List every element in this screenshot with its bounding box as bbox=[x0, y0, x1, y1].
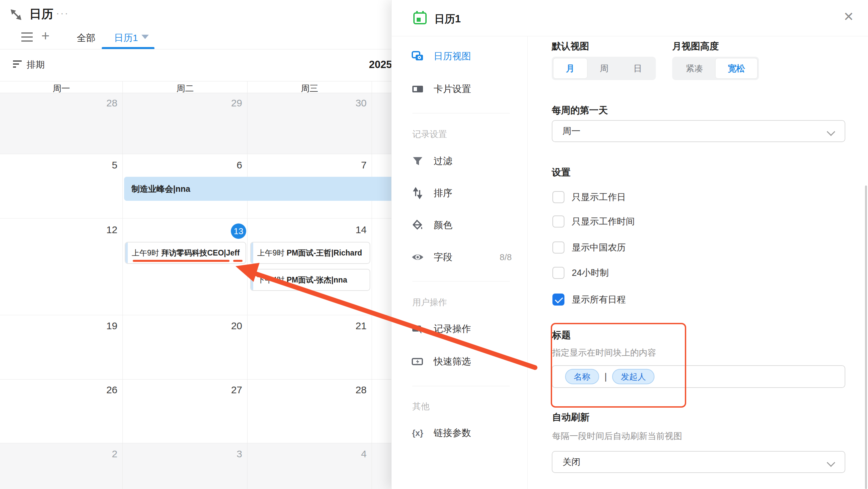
title-field-input[interactable]: 名称 | 发起人 bbox=[552, 365, 845, 388]
date-cell[interactable]: 12 bbox=[91, 224, 117, 236]
segment-relaxed[interactable]: 宽松 bbox=[715, 58, 757, 79]
auto-refresh-value: 关闭 bbox=[562, 456, 581, 468]
card-settings-icon bbox=[411, 82, 424, 96]
settings-section-label: 设置 bbox=[552, 166, 570, 179]
nav-label: 过滤 bbox=[434, 155, 452, 167]
tab-all[interactable]: 全部 bbox=[77, 32, 95, 44]
date-cell[interactable]: 5 bbox=[91, 159, 117, 171]
filter-icon bbox=[411, 154, 424, 168]
grid-line bbox=[122, 82, 123, 489]
auto-refresh-desc: 每隔一段时间后自动刷新当前视图 bbox=[552, 430, 682, 442]
braces-x-icon: {x} bbox=[411, 426, 424, 440]
default-view-segmented: 月 周 日 bbox=[552, 57, 656, 80]
date-cell[interactable]: 19 bbox=[91, 320, 117, 332]
add-view-button[interactable]: + bbox=[41, 28, 50, 44]
date-cell[interactable]: 14 bbox=[340, 224, 367, 236]
expand-icon[interactable] bbox=[8, 7, 24, 24]
nav-section-user-actions: 用户操作 bbox=[412, 297, 447, 308]
page-title: 日历 bbox=[29, 6, 53, 22]
divider bbox=[412, 113, 510, 114]
event-color-stripe bbox=[125, 243, 128, 263]
panel-title: 日历1 bbox=[434, 12, 461, 26]
grid-line bbox=[0, 93, 394, 93]
nav-item-calendar-view[interactable]: 日历视图 bbox=[411, 49, 521, 64]
grid-line bbox=[247, 82, 248, 489]
event-title: 拜访零码科技CEO|Jeff bbox=[161, 248, 240, 257]
calendar-view-icon bbox=[411, 50, 424, 63]
checkbox-icon[interactable] bbox=[552, 267, 564, 279]
nav-item-card-settings[interactable]: 卡片设置 bbox=[411, 82, 521, 96]
tag-initiator[interactable]: 发起人 bbox=[612, 369, 654, 384]
date-cell[interactable]: 3 bbox=[216, 448, 242, 460]
nav-label: 颜色 bbox=[434, 219, 452, 232]
date-cell[interactable]: 30 bbox=[340, 97, 367, 109]
panel-scrollbar[interactable] bbox=[865, 185, 867, 489]
nav-item-sort[interactable]: 排序 bbox=[411, 186, 521, 201]
checkbox-icon[interactable] bbox=[552, 215, 564, 227]
date-cell[interactable]: 2 bbox=[91, 448, 117, 460]
checkbox-icon[interactable] bbox=[552, 242, 564, 253]
view-list-icon[interactable] bbox=[21, 32, 34, 44]
date-cell[interactable]: 21 bbox=[340, 320, 367, 332]
first-day-value: 周一 bbox=[562, 125, 581, 137]
date-cell[interactable]: 28 bbox=[91, 97, 117, 109]
chevron-down-icon bbox=[827, 458, 835, 467]
checkbox-label: 显示中国农历 bbox=[572, 242, 626, 253]
nav-item-record-actions[interactable]: 记录操作 bbox=[411, 322, 521, 336]
divider bbox=[392, 36, 868, 36]
schedule-label[interactable]: 排期 bbox=[27, 59, 45, 71]
close-icon[interactable]: ✕ bbox=[839, 7, 858, 26]
nav-item-color[interactable]: 颜色 bbox=[411, 218, 521, 233]
nav-item-quick-filter[interactable]: 快速筛选 bbox=[411, 354, 521, 369]
checkbox-icon[interactable] bbox=[552, 191, 564, 203]
segment-week[interactable]: 周 bbox=[587, 58, 621, 79]
title-section-desc: 指定显示在时间块上的内容 bbox=[552, 347, 656, 359]
date-cell[interactable]: 27 bbox=[216, 384, 242, 396]
annotation-underline bbox=[233, 260, 243, 262]
month-height-label: 月视图高度 bbox=[672, 40, 719, 53]
checkbox-label: 只显示工作时间 bbox=[572, 215, 635, 227]
tag-name[interactable]: 名称 bbox=[565, 369, 599, 384]
today-badge[interactable]: 13 bbox=[231, 223, 246, 239]
date-cell[interactable]: 26 bbox=[91, 384, 117, 396]
date-cell[interactable]: 7 bbox=[340, 159, 367, 171]
checkbox-row-all-events[interactable]: 显示所有日程 bbox=[552, 294, 626, 306]
nav-item-filter[interactable]: 过滤 bbox=[411, 154, 521, 169]
segment-day[interactable]: 日 bbox=[621, 58, 654, 79]
event-color-stripe bbox=[251, 243, 253, 263]
checkbox-row-workhours[interactable]: 只显示工作时间 bbox=[552, 215, 635, 227]
schedule-sort-icon[interactable] bbox=[13, 60, 23, 70]
checkbox-row-lunar[interactable]: 显示中国农历 bbox=[552, 242, 626, 253]
chevron-down-icon[interactable] bbox=[142, 35, 149, 39]
nav-item-link-params[interactable]: {x} 链接参数 bbox=[411, 426, 521, 440]
checkbox-checked-icon[interactable] bbox=[552, 294, 564, 306]
first-day-label: 每周的第一天 bbox=[552, 104, 608, 117]
checkbox-row-workdays[interactable]: 只显示工作日 bbox=[552, 191, 626, 203]
date-cell[interactable]: 29 bbox=[216, 97, 242, 109]
auto-refresh-select[interactable]: 关闭 bbox=[552, 451, 845, 473]
annotation-underline bbox=[133, 260, 229, 262]
grid-line bbox=[0, 379, 394, 379]
date-cell[interactable]: 28 bbox=[340, 384, 367, 396]
more-menu-icon[interactable]: ··· bbox=[56, 7, 69, 19]
date-cell[interactable]: 6 bbox=[216, 159, 242, 171]
nav-label: 卡片设置 bbox=[434, 83, 471, 95]
grid-line bbox=[0, 443, 394, 443]
date-cell[interactable]: 20 bbox=[216, 320, 242, 332]
checkbox-row-24h[interactable]: 24小时制 bbox=[552, 267, 609, 279]
first-day-select[interactable]: 周一 bbox=[552, 120, 845, 142]
grid-line bbox=[0, 154, 394, 154]
tab-calendar1[interactable]: 日历1 bbox=[114, 32, 138, 44]
event-pm-interview-2[interactable]: 下午4时 PM面试-张杰|nna bbox=[250, 269, 370, 291]
event-pm-interview-1[interactable]: 上午9时 PM面试-王哲|Richard bbox=[250, 242, 370, 264]
segment-compact[interactable]: 紧凑 bbox=[674, 58, 715, 79]
next-month-row-bg bbox=[0, 443, 394, 489]
app-window: 日历 ··· + 全部 日历1 排期 2025 周一 周二 周三 28 29 3… bbox=[0, 0, 868, 489]
segment-month[interactable]: 月 bbox=[553, 58, 587, 79]
divider bbox=[527, 36, 528, 489]
divider bbox=[412, 281, 510, 281]
checkbox-label: 显示所有日程 bbox=[572, 294, 626, 306]
date-cell[interactable]: 4 bbox=[340, 448, 367, 460]
auto-refresh-label: 自动刷新 bbox=[552, 411, 589, 424]
checkbox-label: 只显示工作日 bbox=[572, 191, 626, 203]
